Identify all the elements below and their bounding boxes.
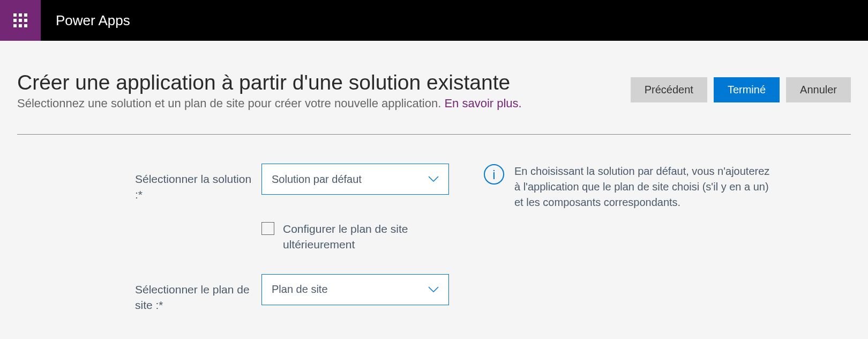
app-launcher-button[interactable] [0, 0, 41, 41]
chevron-down-icon [428, 176, 439, 182]
page-title: Créer une application à partir d'une sol… [17, 71, 631, 94]
info-text: En choisissant la solution par défaut, v… [514, 164, 773, 332]
field-select-sitemap: Sélectionner le plan de site :* Plan de … [135, 274, 451, 313]
select-solution-value: Solution par défaut [272, 173, 362, 186]
previous-button[interactable]: Précédent [631, 77, 707, 102]
configure-later-checkbox[interactable] [261, 222, 274, 235]
learn-more-link[interactable]: En savoir plus. [444, 97, 521, 110]
svg-text:i: i [492, 167, 495, 182]
select-solution-dropdown[interactable]: Solution par défaut [261, 164, 449, 195]
chevron-down-icon [428, 286, 439, 293]
divider [17, 134, 851, 135]
page-subtitle: Sélectionnez une solution et un plan de … [17, 97, 631, 110]
waffle-icon [13, 13, 27, 27]
subtitle-text: Sélectionnez une solution et un plan de … [17, 97, 444, 110]
select-sitemap-value: Plan de site [272, 283, 328, 296]
select-sitemap-dropdown[interactable]: Plan de site [261, 274, 449, 305]
field-control: Solution par défaut [261, 164, 451, 195]
top-bar: Power Apps [0, 0, 868, 41]
form-fields: Sélectionner la solution :* Solution par… [135, 164, 451, 332]
form-area: Sélectionner la solution :* Solution par… [17, 164, 851, 332]
button-row: Précédent Terminé Annuler [631, 77, 851, 102]
field-select-solution: Sélectionner la solution :* Solution par… [135, 164, 451, 203]
done-button[interactable]: Terminé [714, 77, 780, 102]
select-solution-label: Sélectionner la solution :* [135, 164, 261, 203]
content: Créer une application à partir d'une sol… [0, 41, 868, 332]
configure-later-row: Configurer le plan de site ultérieuremen… [261, 221, 451, 253]
select-sitemap-label: Sélectionner le plan de site :* [135, 274, 261, 313]
header-text: Créer une application à partir d'une sol… [17, 71, 631, 110]
info-box: i En choisissant la solution par défaut,… [483, 164, 773, 332]
header-row: Créer une application à partir d'une sol… [17, 71, 851, 110]
field-control: Plan de site [261, 274, 451, 305]
cancel-button[interactable]: Annuler [786, 77, 851, 102]
app-name: Power Apps [56, 12, 130, 29]
info-icon: i [483, 164, 505, 185]
configure-later-label: Configurer le plan de site ultérieuremen… [283, 221, 433, 253]
